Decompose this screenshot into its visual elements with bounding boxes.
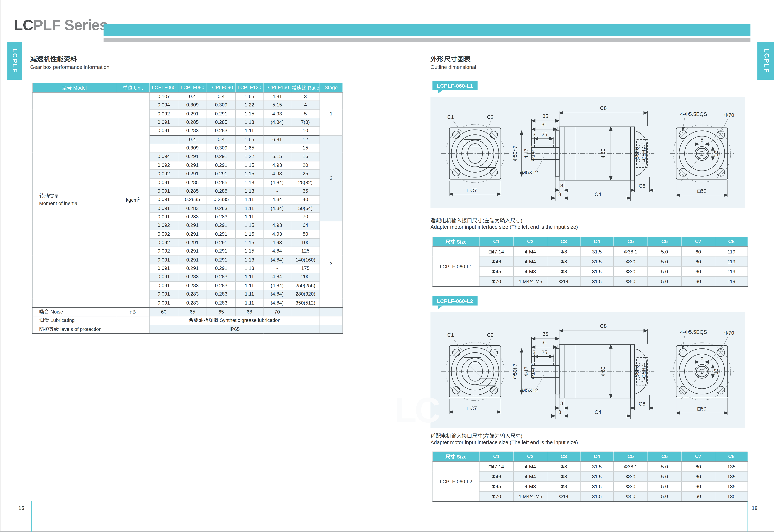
table-cell: 1.13 <box>236 187 263 196</box>
table-cell: 5.0 <box>648 266 681 276</box>
table-cell: 31.5 <box>580 266 614 276</box>
table-cell: 0.092 <box>149 238 178 247</box>
performance-table: 型号 Model单位 UnitLCPLF060LCPLF080LCPLF090L… <box>32 83 343 334</box>
table-cell: 5.0 <box>648 246 681 257</box>
column-header: C1 <box>479 237 514 246</box>
table-cell: 1.13 <box>236 118 263 127</box>
protection-row: 防护等级 levels of protectionIP65 <box>32 325 342 334</box>
table-cell: 0.2835 <box>207 195 236 204</box>
table-cell: 68 <box>236 307 263 316</box>
table-cell: Φ50 <box>614 276 648 287</box>
dim-m5x12: M5X12 <box>521 170 538 175</box>
table-cell: 0.291 <box>178 161 207 170</box>
table-cell: 0.283 <box>207 281 236 290</box>
table-cell: 0.283 <box>207 204 236 213</box>
table-cell: 1.11 <box>236 213 263 221</box>
table-cell: 31.5 <box>580 246 614 257</box>
table-cell: 0.291 <box>178 264 207 273</box>
dim-phi14h7: Φ14h7 <box>530 146 535 161</box>
table-cell: 4.93 <box>263 110 291 118</box>
column-header: 尺寸 Size <box>433 237 479 246</box>
table-cell: 4.84 <box>263 273 291 281</box>
table-cell: 0.291 <box>207 153 236 161</box>
table-cell: 0.285 <box>207 118 236 127</box>
table-cell: Φ38.1 <box>614 246 648 257</box>
table-cell: 1.11 <box>236 290 263 299</box>
adapter-model-cell: LCPLF-060-L2 <box>433 461 479 501</box>
table-cell: Φ38.1 <box>614 461 648 471</box>
table-cell: 5.15 <box>263 153 291 161</box>
table-cell: 20 <box>291 161 320 170</box>
dim-25: 25 <box>541 132 547 137</box>
table-cell: 135 <box>715 461 748 471</box>
table-cell: 5.0 <box>648 481 681 491</box>
table-cell: 0.283 <box>207 273 236 281</box>
table-cell: 1.15 <box>236 110 263 118</box>
table-cell: 1.13 <box>236 256 263 264</box>
dim-8: 8 <box>558 191 561 197</box>
table-row: Φ454-M3Φ831.5Φ305.060135 <box>433 481 748 491</box>
dim-16: 16 <box>713 151 719 156</box>
table-cell: Φ8 <box>547 461 580 471</box>
table-cell: 0.091 <box>149 187 178 196</box>
table-cell: 0.291 <box>207 238 236 247</box>
table-cell: 100 <box>291 238 320 247</box>
table-cell: - <box>263 213 291 221</box>
table-cell: 0.091 <box>149 213 178 221</box>
table-cell: 3 <box>291 92 320 101</box>
table-cell: 1.11 <box>236 127 263 135</box>
table-cell: 60 <box>681 471 715 481</box>
table-cell <box>320 307 342 316</box>
side-tab-left: LCPLF <box>7 42 22 80</box>
table-cell: 0.291 <box>178 221 207 230</box>
table-cell: Φ70 <box>479 491 514 501</box>
table-cell: 0.092 <box>149 110 178 118</box>
adapter-note-zh-l2: 适配电机输入接口尺寸(左端为输入尺寸) <box>431 432 523 439</box>
table-cell: 5.0 <box>648 276 681 287</box>
table-cell: 0.091 <box>149 204 178 213</box>
table-cell: 0.291 <box>178 256 207 264</box>
column-header: Stage <box>320 83 342 92</box>
column-header: C2 <box>514 237 547 246</box>
table-cell: Φ45 <box>479 481 514 491</box>
table-row: Φ704-M4/4-M5Φ1431.5Φ505.060135 <box>433 491 748 501</box>
table-cell: 135 <box>715 491 748 501</box>
table-cell: 0.283 <box>207 290 236 299</box>
table-cell: 0.285 <box>178 178 207 187</box>
adapter-table-l1: 尺寸 SizeC1C2C3C4C5C6C7C8LCPLF-060-L1□47.1… <box>433 237 748 287</box>
table-cell: 25 <box>291 170 320 178</box>
table-cell: 0.094 <box>149 101 178 110</box>
table-cell: 1.22 <box>236 153 263 161</box>
right-heading-en: Outline dimensional <box>431 64 476 70</box>
column-header: C6 <box>648 237 681 246</box>
table-cell: 0.309 <box>178 144 207 153</box>
footer-rule-right <box>748 501 748 532</box>
table-cell: 0.285 <box>207 187 236 196</box>
table-cell: 0.291 <box>178 153 207 161</box>
table-cell: 4-M4 <box>514 246 547 257</box>
column-header: LCPLF060 <box>149 83 178 92</box>
column-header: C7 <box>681 452 715 461</box>
table-cell: 15 <box>291 144 320 153</box>
table-cell: - <box>263 187 291 196</box>
table-cell: Φ14 <box>547 491 580 501</box>
table-cell: 1.11 <box>236 195 263 204</box>
table-cell: 0.291 <box>207 170 236 178</box>
table-cell: 0.309 <box>207 101 236 110</box>
table-cell: Φ8 <box>547 266 580 276</box>
table-cell: 0.091 <box>149 264 178 273</box>
dim-c4: C4 <box>594 191 601 197</box>
table-cell: 0.092 <box>149 161 178 170</box>
row-label-moment-of-inertia: 转动惯量Moment of inertia <box>32 92 116 307</box>
table-cell: 70 <box>291 213 320 221</box>
table-cell: 0.283 <box>178 273 207 281</box>
table-cell: (4.84) <box>263 118 291 127</box>
table-cell: 4-M4 <box>514 257 547 266</box>
table-cell: 合成油脂润滑 Synthetic grease lubrication <box>149 316 320 325</box>
table-cell: 0.283 <box>178 204 207 213</box>
table-cell: 65 <box>207 307 236 316</box>
table-cell: 0.4 <box>207 92 236 101</box>
table-cell: 0.291 <box>207 230 236 239</box>
table-row: 转动惯量Moment of inertiakgcm20.1070.40.41.6… <box>32 92 342 101</box>
table-cell: 4.84 <box>263 247 291 256</box>
